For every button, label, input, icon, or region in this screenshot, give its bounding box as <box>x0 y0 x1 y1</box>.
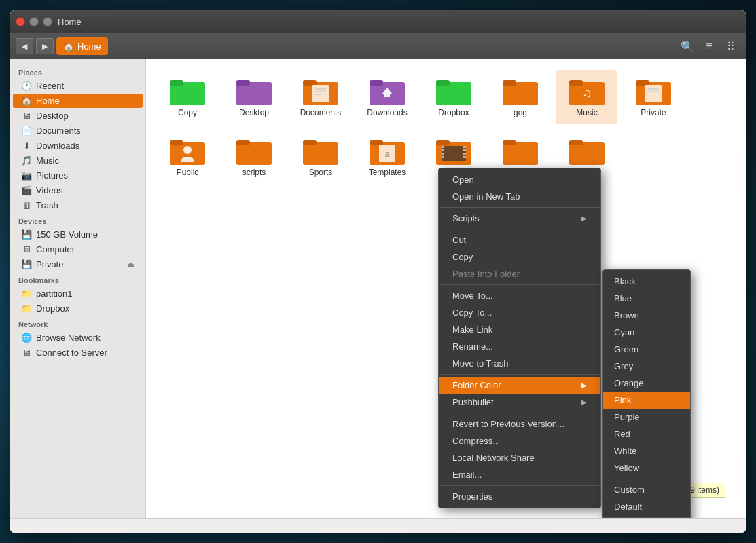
color-white[interactable]: White <box>603 443 690 460</box>
color-custom[interactable]: Custom <box>603 481 690 498</box>
sidebar-item-volume[interactable]: 💾 150 GB Volume <box>13 227 143 242</box>
file-item-desktop[interactable]: Desktop <box>223 70 285 124</box>
minimize-button[interactable] <box>29 17 39 26</box>
window-controls <box>16 17 52 26</box>
ctx-open[interactable]: Open <box>439 171 600 188</box>
ctx-open-new-tab[interactable]: Open in New Tab <box>439 188 600 205</box>
ctx-sep-2 <box>439 229 600 229</box>
sidebar-item-partition1[interactable]: 📁 partition1 <box>13 286 143 301</box>
ctx-make-link[interactable]: Make Link <box>439 321 600 338</box>
svg-rect-42 <box>442 153 444 155</box>
file-item-gog[interactable]: gog <box>490 70 551 124</box>
close-button[interactable] <box>16 17 25 26</box>
downloads-icon: ⬇ <box>21 141 32 151</box>
file-item-documents[interactable]: Documents <box>290 70 351 124</box>
file-manager-window: Home ◀ ▶ 🏠 Home 🔍 ≡ ⠿ Places 🕐 Recent 🏠 … <box>10 10 746 533</box>
ctx-rename[interactable]: Rename... <box>439 338 600 355</box>
sidebar-item-connect-server[interactable]: 🖥 Connect to Server <box>13 345 143 360</box>
color-green[interactable]: Green <box>603 341 690 358</box>
sidebar: Places 🕐 Recent 🏠 Home 🖥 Desktop 📄 Docum… <box>10 59 146 518</box>
color-blue[interactable]: Blue <box>603 290 690 307</box>
ctx-copy-to[interactable]: Copy To... <box>439 304 600 321</box>
ctx-local-network[interactable]: Local Network Share <box>439 449 600 466</box>
svg-rect-32 <box>303 140 317 145</box>
sidebar-item-desktop[interactable]: 🖥 Desktop <box>13 109 143 123</box>
color-orange[interactable]: Orange <box>603 375 690 392</box>
color-default[interactable]: Default <box>603 498 690 515</box>
svg-rect-3 <box>236 80 250 86</box>
sidebar-item-browse-network[interactable]: 🌐 Browse Network <box>13 331 143 345</box>
ctx-folder-color[interactable]: Folder Color ▶ <box>439 377 600 394</box>
home-sidebar-icon: 🏠 <box>21 96 32 106</box>
sidebar-item-pictures[interactable]: 📷 Pictures <box>13 168 143 183</box>
ctx-properties[interactable]: Properties <box>439 488 600 505</box>
sidebar-item-recent[interactable]: 🕐 Recent <box>13 79 143 93</box>
ctx-email[interactable]: Email... <box>439 466 600 483</box>
file-item-copy[interactable]: Copy <box>157 70 218 124</box>
color-pink[interactable]: Pink <box>603 392 690 409</box>
home-location-button[interactable]: 🏠 Home <box>56 37 108 55</box>
sidebar-item-private[interactable]: 💾 Private ⏏ <box>13 257 143 272</box>
ctx-paste-into-folder: Paste Into Folder <box>439 265 600 282</box>
sidebar-item-videos[interactable]: 🎬 Videos <box>13 183 143 198</box>
ctx-move-to[interactable]: Move To... <box>439 287 600 304</box>
color-cyan[interactable]: Cyan <box>603 324 690 341</box>
file-item-templates[interactable]: a Templates <box>357 130 418 184</box>
list-view-button[interactable]: ≡ <box>700 37 719 56</box>
sidebar-item-computer[interactable]: 🖥 Computer <box>13 242 143 257</box>
file-item-private[interactable]: Private <box>623 70 684 124</box>
svg-rect-17 <box>503 80 516 86</box>
sidebar-item-home[interactable]: 🏠 Home <box>13 94 143 108</box>
file-scripts-label: scripts <box>242 168 266 179</box>
forward-button[interactable]: ▶ <box>36 38 54 54</box>
main-area: Places 🕐 Recent 🏠 Home 🖥 Desktop 📄 Docum… <box>10 59 746 518</box>
documents-icon: 📄 <box>21 126 32 136</box>
file-item-music[interactable]: ♫ Music <box>556 70 617 124</box>
svg-rect-16 <box>503 82 538 105</box>
sidebar-item-music[interactable]: 🎵 Music <box>13 153 143 168</box>
ctx-pushbullet[interactable]: Pushbullet ▶ <box>439 394 600 411</box>
back-button[interactable]: ◀ <box>16 38 33 54</box>
file-item-scripts[interactable]: scripts <box>223 130 285 184</box>
ctx-revert[interactable]: Revert to Previous Version... <box>439 415 600 432</box>
color-purple[interactable]: Purple <box>603 409 690 426</box>
ctx-copy[interactable]: Copy <box>439 248 600 265</box>
music-icon: 🎵 <box>21 155 32 166</box>
svg-rect-34 <box>370 140 383 145</box>
folder-music-icon: ♫ <box>569 75 605 105</box>
eject-icon[interactable]: ⏏ <box>127 260 134 269</box>
sidebar-item-dropbox[interactable]: 📁 Dropbox <box>13 301 143 316</box>
file-downloads-label: Downloads <box>367 108 407 119</box>
ctx-compress[interactable]: Compress... <box>439 432 600 449</box>
sub-sep-1 <box>603 479 690 479</box>
grid-view-button[interactable]: ⠿ <box>721 37 740 56</box>
folder-color-arrow: ▶ <box>581 381 587 389</box>
maximize-button[interactable] <box>43 17 52 26</box>
folder-dropbox-icon <box>436 75 471 105</box>
color-grey[interactable]: Grey <box>603 358 690 375</box>
file-item-public[interactable]: Public <box>157 130 218 184</box>
browse-network-icon: 🌐 <box>21 333 32 343</box>
color-brown[interactable]: Brown <box>603 307 690 324</box>
svg-rect-43 <box>442 156 444 158</box>
ctx-cut[interactable]: Cut <box>439 231 600 248</box>
folder-templates-icon: a <box>370 135 405 165</box>
file-item-downloads[interactable]: Downloads <box>357 70 418 124</box>
ctx-move-to-trash[interactable]: Move to Trash <box>439 355 600 372</box>
search-button[interactable]: 🔍 <box>678 37 697 56</box>
sidebar-item-downloads[interactable]: ⬇ Downloads <box>13 138 143 153</box>
color-yellow[interactable]: Yellow <box>603 460 690 476</box>
file-item-sports[interactable]: Sports <box>290 130 351 184</box>
file-sports-label: Sports <box>309 168 333 179</box>
file-item-dropbox[interactable]: Dropbox <box>423 70 484 124</box>
color-black[interactable]: Black <box>603 273 690 290</box>
sidebar-item-documents[interactable]: 📄 Documents <box>13 124 143 138</box>
svg-rect-11 <box>370 80 383 86</box>
toolbar: ◀ ▶ 🏠 Home 🔍 ≡ ⠿ <box>10 33 746 59</box>
ctx-sep-5 <box>439 413 600 413</box>
file-private-label: Private <box>641 108 666 119</box>
ctx-scripts[interactable]: Scripts ▶ <box>439 210 600 227</box>
color-red[interactable]: Red <box>603 426 690 443</box>
sidebar-item-trash[interactable]: 🗑 Trash <box>13 198 143 212</box>
places-title: Places <box>10 64 145 78</box>
